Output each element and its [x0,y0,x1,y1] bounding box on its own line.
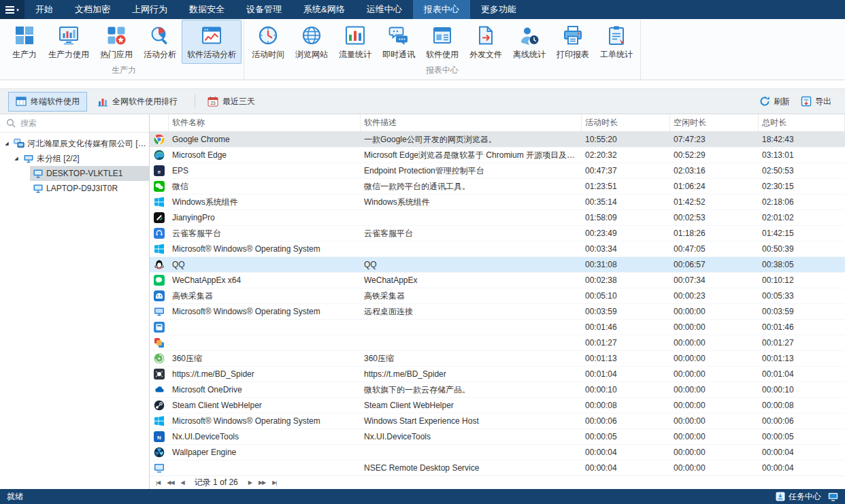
column-header[interactable]: 软件描述 [361,114,582,131]
cell-active: 00:31:08 [582,260,670,269]
table-row[interactable]: Microsoft OneDrive微软旗下的一款云存储产品。00:00:100… [150,382,845,398]
cell-active: 00:47:37 [582,166,670,175]
menu-item[interactable]: 开始 [24,0,64,19]
ribbon-button[interactable]: 活动时间 [246,20,290,64]
tree-item[interactable]: DESKTOP-VLKTLE1 [0,166,149,181]
table-row[interactable]: Microsoft® Windows® Operating SystemWind… [150,414,845,429]
cell-active: 10:55:20 [582,135,670,144]
table-row[interactable]: 360压缩360压缩00:01:1300:00:0000:01:13 [150,351,845,367]
column-header[interactable]: 总时长 [759,114,845,131]
ribbon-button[interactable]: 工单统计 [595,20,638,64]
prev-record-button[interactable]: ◀ [178,480,188,486]
table-row[interactable]: Steam Client WebHelperSteam Client WebHe… [150,398,845,414]
task-center-button[interactable]: 任务中心 [776,491,821,503]
ribbon-button[interactable]: 打印报表 [551,20,595,64]
outgoing-files-icon [476,25,496,46]
last-record-button[interactable]: ▶| [269,480,280,486]
menu-item[interactable]: 报表中心 [413,0,470,19]
cell-idle: 00:00:23 [670,291,759,301]
column-header[interactable]: 空闲时长 [670,114,759,131]
status-bar: 就绪 任务中心 [0,489,845,504]
ribbon-button[interactable]: 生产力使用 [43,20,95,64]
first-record-button[interactable]: |◀ [152,480,163,486]
tree-expander-icon[interactable]: ◢ [3,141,11,146]
view-tab-label: 全网软件使用排行 [112,96,178,107]
column-header[interactable]: 软件名称 [169,114,361,131]
ribbon-button[interactable]: 活动分析 [138,20,182,64]
tree-item[interactable]: ◢河北瀚星辰文化传媒有限公司 [2/2] [0,136,149,151]
table-row[interactable]: NNx.UI.DeviceToolsNx.UI.DeviceTools00:00… [150,429,845,445]
date-range-button[interactable]: 23 最近三天 [202,93,261,111]
eps-app-icon: e [150,165,169,176]
ribbon-button[interactable]: 即时通讯 [377,20,420,64]
menu-item[interactable]: 数据安全 [178,0,235,19]
nx-app-icon: N [150,431,169,442]
ribbon-button[interactable]: 离线统计 [508,20,551,64]
cell-active: 00:00:10 [582,385,670,394]
cell-active: 00:02:38 [582,275,670,285]
ribbon-button[interactable]: 软件使用 [420,20,464,64]
ribbon-button[interactable]: 生产力 [6,20,43,64]
table-row[interactable]: WeChatAppEx x64WeChatAppEx00:02:3800:07:… [150,273,845,288]
message-icon[interactable] [828,492,838,501]
table-row[interactable]: Wallpaper Engine00:00:0400:00:0000:00:04 [150,445,845,460]
table-row[interactable]: eEPSEndpoint Protection管理控制平台00:47:3702:… [150,163,845,179]
view-tab[interactable]: 终端软件使用 [8,92,87,112]
search-input[interactable] [20,118,144,128]
menu-item[interactable]: 设备管理 [235,0,293,19]
network-ranking-icon [97,96,108,107]
column-header[interactable]: 活动时长 [582,114,670,131]
table-row[interactable]: Microsoft EdgeMicrosoft Edge浏览器是微软基于 Chr… [150,148,845,163]
cell-total: 02:01:02 [759,213,845,222]
menu-item[interactable]: 运维中心 [356,0,413,19]
menu-item[interactable]: 更多功能 [470,0,527,19]
computer-icon [33,183,44,194]
export-label: 导出 [815,96,831,107]
ribbon-button[interactable]: 浏览网站 [290,20,333,64]
ribbon-button[interactable]: 流量统计 [333,20,377,64]
ribbon-button[interactable]: 热门应用 [95,20,138,64]
table-row[interactable]: 高铁采集器高铁采集器00:05:1000:00:2300:05:33 [150,288,845,304]
cell-name: 高铁采集器 [169,290,361,302]
menu-item[interactable]: 上网行为 [121,0,178,19]
tree-expander-icon[interactable]: ◢ [12,156,20,161]
table-row[interactable]: Google Chrome一款Google公司开发的网页浏览器。10:55:20… [150,132,845,148]
table-row[interactable]: NSEC Remote Desktop Service00:00:0400:00… [150,460,845,475]
table-row[interactable]: JianyingPro01:58:0900:02:5302:01:02 [150,210,845,226]
next-record-button[interactable]: ▶ [245,480,255,486]
tree-item[interactable]: ◢未分组 [2/2] [0,151,149,166]
computer-icon [33,168,44,179]
ribbon-button[interactable]: 软件活动分析 [182,20,242,64]
table-row[interactable]: Microsoft® Windows® Operating System远程桌面… [150,304,845,320]
cell-desc: 高铁采集器 [361,290,582,302]
cell-desc: 一款Google公司开发的网页浏览器。 [361,134,582,146]
ribbon-button-label: 活动分析 [144,49,176,61]
table-row[interactable]: 微信微信一款跨平台的通讯工具。01:23:5101:06:2402:30:15 [150,179,845,195]
cell-total: 00:00:06 [759,416,845,426]
menu-item[interactable]: 文档加密 [64,0,121,19]
cell-desc: https://t.me/BD_Spider [361,369,582,379]
table-row[interactable]: 00:01:2700:00:0000:01:27 [150,335,845,351]
cell-total: 00:10:12 [759,275,845,285]
tree-item[interactable]: LAPTOP-D9J3IT0R [0,181,149,196]
software-activity-icon [201,25,222,46]
ribbon-button[interactable]: 外发文件 [464,20,508,64]
view-tab[interactable]: 全网软件使用排行 [90,92,185,112]
app-menu-button[interactable]: ▾ [0,0,24,19]
cell-idle: 01:18:26 [670,229,759,238]
next-page-button[interactable]: ▶▶ [255,480,269,486]
table-row[interactable]: Windows系统组件Windows系统组件00:35:1401:42:5202… [150,195,845,210]
svg-text:e: e [158,169,161,175]
ribbon-button-row: 生产力生产力使用热门应用活动分析软件活动分析 [6,20,242,64]
table-row[interactable]: 00:01:4600:00:0000:01:46 [150,320,845,335]
table-header: 软件名称软件描述活动时长空闲时长总时长 [150,114,845,132]
export-button[interactable]: 导出 [795,93,837,110]
ribbon-button-label: 离线统计 [513,49,546,61]
refresh-button[interactable]: 刷新 [754,93,795,110]
prev-page-button[interactable]: ◀◀ [163,480,177,486]
menu-item[interactable]: 系统&网络 [293,0,356,19]
table-row[interactable]: QQQQ00:31:0800:06:5700:38:05 [150,257,845,273]
table-row[interactable]: https://t.me/BD_Spiderhttps://t.me/BD_Sp… [150,367,845,382]
table-row[interactable]: Microsoft® Windows® Operating System00:0… [150,241,845,257]
table-row[interactable]: 云雀客服平台云雀客服平台00:23:4901:18:2601:42:15 [150,226,845,241]
